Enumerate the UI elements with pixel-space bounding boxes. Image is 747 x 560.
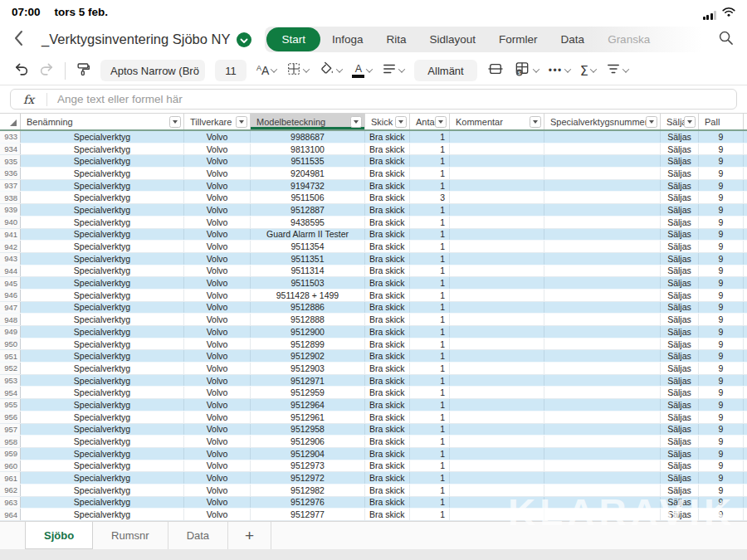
cell-tillverkare[interactable]: Volvo bbox=[184, 448, 251, 460]
cell-benamning[interactable]: Specialverktyg bbox=[21, 131, 184, 143]
cell-kommentar[interactable] bbox=[450, 363, 544, 374]
cell-saljas[interactable]: Säljas bbox=[661, 363, 699, 374]
cell-skick[interactable]: Bra skick bbox=[365, 399, 410, 411]
cell-kommentar[interactable] bbox=[450, 485, 544, 496]
cell-pall[interactable]: 9 bbox=[699, 180, 744, 192]
cell-antal[interactable]: 1 bbox=[410, 472, 450, 484]
tab-sidlayout[interactable]: Sidlayout bbox=[418, 28, 488, 51]
cell-skick[interactable]: Bra skick bbox=[365, 290, 410, 301]
cell-tillverkare[interactable]: Volvo bbox=[184, 460, 251, 472]
cell-extra[interactable] bbox=[744, 485, 747, 496]
row-number[interactable]: 950 bbox=[0, 338, 21, 350]
cell-saljas[interactable]: Säljas bbox=[661, 144, 699, 155]
cell-antal[interactable]: 1 bbox=[410, 460, 450, 472]
cell-pall[interactable]: 9 bbox=[699, 314, 744, 325]
sheet-tab-sjobo[interactable]: Sjöbo bbox=[25, 522, 93, 549]
row-number[interactable]: 953 bbox=[0, 375, 21, 387]
row-number[interactable]: 947 bbox=[0, 302, 21, 314]
row-number[interactable]: 942 bbox=[0, 241, 21, 252]
cell-antal[interactable]: 1 bbox=[410, 253, 450, 265]
cell-model[interactable]: 9512899 bbox=[251, 338, 365, 350]
row-number[interactable]: 948 bbox=[0, 314, 21, 325]
cell-specialnr[interactable] bbox=[544, 168, 661, 179]
cell-saljas[interactable]: Säljas bbox=[661, 277, 699, 289]
cell-extra[interactable] bbox=[744, 460, 747, 472]
cell-benamning[interactable]: Specialverktyg bbox=[21, 144, 184, 155]
cell-specialnr[interactable] bbox=[544, 277, 661, 289]
cell-specialnr[interactable] bbox=[544, 375, 661, 387]
cell-extra[interactable] bbox=[744, 436, 747, 447]
cell-pall[interactable]: 9 bbox=[699, 326, 744, 338]
cell-skick[interactable]: Bra skick bbox=[365, 314, 410, 325]
cell-model[interactable]: Guard Alarm II Tester bbox=[251, 229, 365, 241]
cell-benamning[interactable]: Specialverktyg bbox=[21, 326, 184, 338]
row-number[interactable]: 946 bbox=[0, 290, 21, 301]
cell-benamning[interactable]: Specialverktyg bbox=[21, 229, 184, 241]
row-number[interactable]: 945 bbox=[0, 277, 21, 289]
cell-pall[interactable]: 9 bbox=[699, 253, 744, 265]
cell-kommentar[interactable] bbox=[450, 277, 544, 289]
cell-tillverkare[interactable]: Volvo bbox=[184, 265, 251, 277]
cell-kommentar[interactable] bbox=[450, 460, 544, 472]
filter-dropdown-button[interactable] bbox=[236, 116, 247, 128]
title-dropdown-badge[interactable] bbox=[237, 32, 251, 47]
row-number[interactable]: 936 bbox=[0, 168, 21, 179]
cell-antal[interactable]: 1 bbox=[410, 436, 450, 447]
cell-model[interactable]: 9512961 bbox=[251, 411, 365, 423]
sheet-tab-rumsnr[interactable]: Rumsnr bbox=[93, 522, 168, 549]
alignment-button[interactable] bbox=[382, 62, 404, 79]
cell-benamning[interactable]: Specialverktyg bbox=[21, 168, 184, 179]
cell-saljas[interactable]: Säljas bbox=[661, 229, 699, 241]
cell-specialnr[interactable] bbox=[544, 411, 661, 423]
column-header-saljas[interactable]: Säljas bbox=[661, 114, 699, 129]
format-as-table-button[interactable]: $ bbox=[514, 61, 539, 80]
undo-button[interactable] bbox=[13, 61, 29, 80]
cell-antal[interactable]: 3 bbox=[410, 192, 450, 203]
row-number[interactable]: 959 bbox=[0, 448, 21, 460]
autosum-button[interactable]: Σ bbox=[580, 63, 596, 79]
filter-dropdown-button[interactable] bbox=[350, 116, 362, 128]
cell-pall[interactable]: 9 bbox=[699, 350, 744, 362]
cell-pall[interactable]: 9 bbox=[699, 472, 744, 484]
add-sheet-button[interactable]: + bbox=[228, 522, 271, 549]
cell-tillverkare[interactable]: Volvo bbox=[184, 411, 251, 423]
cell-kommentar[interactable] bbox=[450, 338, 544, 350]
cell-model[interactable]: 9511428 + 1499 bbox=[251, 290, 365, 301]
cell-model[interactable]: 9511503 bbox=[251, 277, 365, 289]
cell-antal[interactable]: 1 bbox=[410, 302, 450, 314]
cell-extra[interactable] bbox=[744, 155, 747, 167]
row-number[interactable]: 962 bbox=[0, 485, 21, 496]
cell-model[interactable]: 9512887 bbox=[251, 204, 365, 216]
cell-kommentar[interactable] bbox=[450, 448, 544, 460]
cell-kommentar[interactable] bbox=[450, 314, 544, 325]
cell-kommentar[interactable] bbox=[450, 350, 544, 362]
cell-saljas[interactable]: Säljas bbox=[661, 424, 699, 436]
cell-pall[interactable]: 9 bbox=[699, 338, 744, 350]
cell-saljas[interactable]: Säljas bbox=[661, 387, 699, 398]
cell-antal[interactable]: 1 bbox=[410, 168, 450, 179]
cell-kommentar[interactable] bbox=[450, 229, 544, 241]
cell-tillverkare[interactable]: Volvo bbox=[184, 217, 251, 228]
row-number[interactable]: 958 bbox=[0, 436, 21, 447]
column-header-antal[interactable]: Antal bbox=[410, 114, 450, 129]
cell-kommentar[interactable] bbox=[450, 326, 544, 338]
cell-model[interactable]: 9194732 bbox=[251, 180, 365, 192]
cell-skick[interactable]: Bra skick bbox=[365, 180, 410, 192]
cell-model[interactable]: 9512886 bbox=[251, 302, 365, 314]
cell-specialnr[interactable] bbox=[544, 253, 661, 265]
cell-benamning[interactable]: Specialverktyg bbox=[21, 448, 184, 460]
tab-start[interactable]: Start bbox=[266, 27, 320, 51]
cell-specialnr[interactable] bbox=[544, 350, 661, 362]
cell-extra[interactable] bbox=[744, 314, 747, 325]
cell-benamning[interactable]: Specialverktyg bbox=[21, 217, 184, 228]
cell-extra[interactable] bbox=[744, 131, 747, 143]
cell-skick[interactable]: Bra skick bbox=[365, 217, 410, 228]
cell-model[interactable]: 9438595 bbox=[251, 217, 365, 228]
cell-skick[interactable]: Bra skick bbox=[365, 448, 410, 460]
cell-benamning[interactable]: Specialverktyg bbox=[21, 363, 184, 374]
cell-skick[interactable]: Bra skick bbox=[365, 436, 410, 447]
cell-kommentar[interactable] bbox=[450, 472, 544, 484]
column-header-skick[interactable]: Skick bbox=[365, 114, 410, 129]
row-number[interactable]: 934 bbox=[0, 144, 21, 155]
cell-pall[interactable]: 9 bbox=[699, 241, 744, 252]
